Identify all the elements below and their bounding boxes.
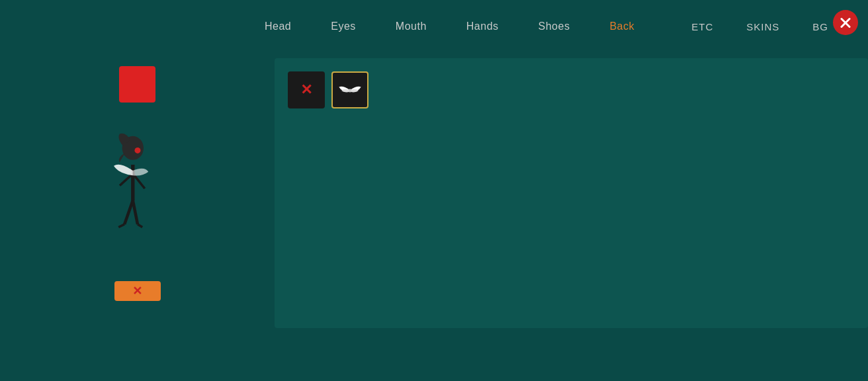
close-button[interactable]	[833, 10, 858, 35]
x-icon: ✕	[300, 81, 312, 99]
nav-item-etc[interactable]: ETC	[691, 21, 713, 32]
main-content-panel: ✕	[275, 58, 868, 328]
svg-line-3	[120, 174, 133, 186]
remove-button[interactable]: ✕	[114, 281, 161, 301]
svg-line-8	[138, 224, 142, 228]
nav-item-eyes[interactable]: Eyes	[331, 21, 356, 32]
right-navigation: ETC SKINS BG	[691, 0, 828, 53]
character-preview	[98, 129, 177, 248]
color-swatch[interactable]	[119, 66, 155, 103]
nav-item-back[interactable]: Back	[609, 21, 634, 32]
svg-line-6	[132, 200, 137, 224]
item-wings[interactable]	[331, 71, 369, 108]
nav-item-skins[interactable]: SKINS	[746, 21, 779, 32]
nav-item-shoes[interactable]: Shoes	[539, 21, 570, 32]
svg-point-9	[349, 89, 351, 93]
svg-line-7	[118, 224, 124, 228]
nav-item-bg[interactable]: BG	[812, 21, 828, 32]
svg-line-5	[124, 200, 133, 224]
item-none[interactable]: ✕	[288, 71, 325, 108]
nav-item-hands[interactable]: Hands	[466, 21, 499, 32]
remove-x-icon: ✕	[132, 284, 142, 298]
nav-item-mouth[interactable]: Mouth	[396, 21, 427, 32]
svg-point-1	[134, 148, 140, 153]
left-panel: ✕	[0, 0, 275, 381]
